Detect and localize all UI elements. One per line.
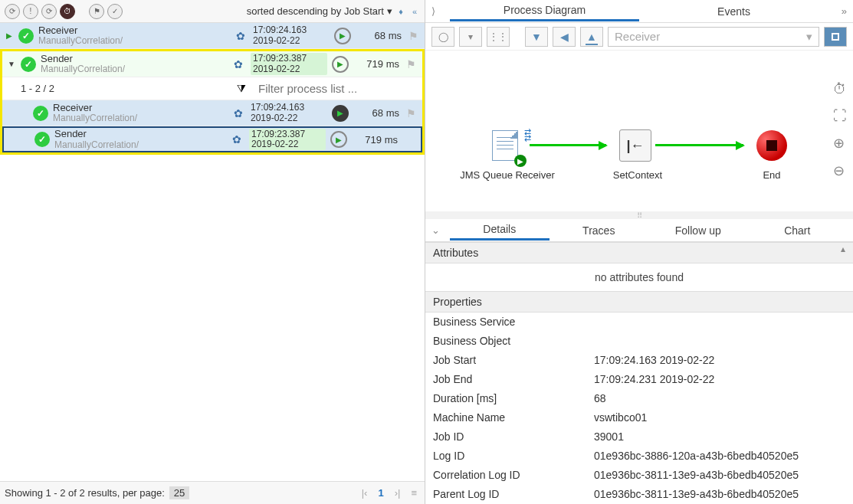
run-icon[interactable]: ▶ bbox=[332, 105, 349, 122]
node-label-jms: JMS Queue Receiver bbox=[450, 169, 565, 181]
process-subrow[interactable]: ✓ Receiver ManuallyCorrelation/ ✿ 17:09:… bbox=[2, 100, 422, 126]
tab-traces[interactable]: Traces bbox=[550, 221, 649, 240]
timestamp-date: 2019-02-22 bbox=[253, 36, 330, 46]
property-row: Job Start17:09:24.163 2019-02-22 bbox=[425, 351, 853, 370]
page-first-icon[interactable]: |‹ bbox=[359, 487, 371, 499]
menu-icon[interactable]: ≡ bbox=[408, 487, 420, 499]
node-setcontext[interactable]: |← bbox=[617, 127, 654, 164]
nav-down-button[interactable]: ▼ bbox=[525, 27, 548, 47]
expand-icon[interactable]: ▶ bbox=[5, 31, 14, 40]
node-jms-receiver[interactable]: ⇄⇄ ▶ bbox=[487, 127, 523, 164]
duration: 719 ms bbox=[353, 58, 399, 70]
filter-input[interactable] bbox=[258, 82, 404, 95]
toolbar-button-1[interactable]: ⟳ bbox=[5, 4, 20, 19]
process-name: Receiver bbox=[53, 103, 226, 113]
collapse-icon[interactable]: ▼ bbox=[7, 60, 16, 68]
node-selector[interactable]: Receiver ▾ bbox=[608, 27, 819, 47]
tab-process-diagram[interactable]: Process Diagram bbox=[450, 1, 639, 21]
page-number[interactable]: 1 bbox=[375, 487, 386, 499]
process-subrow-selected[interactable]: ✓ Sender ManuallyCorrelation/ ✿ 17:09:23… bbox=[2, 126, 422, 152]
nav-up-button[interactable]: ▲ bbox=[580, 27, 603, 47]
collapse-right-icon[interactable]: » bbox=[828, 5, 847, 17]
toolbar-button-2[interactable]: ! bbox=[23, 4, 38, 19]
toolbar-button-3[interactable]: ⟳ bbox=[41, 4, 57, 19]
check-button[interactable]: ✓ bbox=[107, 4, 123, 19]
process-path: ManuallyCorrelation/ bbox=[54, 140, 225, 150]
process-row[interactable]: ▼ ✓ Sender ManuallyCorrelation/ ✿ 17:09:… bbox=[2, 51, 422, 77]
filter-icon[interactable]: ⧩ bbox=[237, 82, 246, 95]
process-path: ManuallyCorrelation/ bbox=[38, 36, 228, 46]
gear-icon[interactable]: ✿ bbox=[231, 107, 246, 119]
collapse-left-icon[interactable]: « bbox=[409, 6, 420, 17]
process-name: Sender bbox=[41, 54, 226, 64]
diagram-toolbar: ◯ ▾ ⋮⋮ ▼ ◀ ▲ Receiver ▾ bbox=[425, 23, 853, 51]
tab-details[interactable]: Details bbox=[450, 220, 550, 241]
status-success-icon: ✓ bbox=[34, 132, 50, 147]
property-row: Parent Log ID01e936bc-3811-13e9-a43b-6be… bbox=[425, 485, 853, 504]
details-body: ▴ Attributes no attributes found Propert… bbox=[425, 242, 853, 504]
expand-right-icon[interactable]: ⟩ bbox=[431, 5, 450, 17]
run-icon[interactable]: ▶ bbox=[330, 131, 347, 148]
zoom-out-icon[interactable]: ⊖ bbox=[833, 162, 847, 179]
node-label-set: SetContext bbox=[603, 169, 672, 181]
property-key: Job Start bbox=[433, 352, 594, 368]
property-row: Business Object bbox=[425, 332, 853, 351]
nav-left-button[interactable]: ◀ bbox=[553, 27, 576, 47]
timestamp-date: 2019-02-22 bbox=[251, 139, 323, 149]
timestamp-time: 17:09:24.163 bbox=[253, 25, 330, 35]
tab-events[interactable]: Events bbox=[639, 2, 828, 21]
sort-toggle-icon[interactable]: ♦ bbox=[395, 6, 406, 17]
process-row[interactable]: ▶ ✓ Receiver ManuallyCorrelation/ ✿ 17:0… bbox=[0, 23, 425, 49]
chevron-down-icon: ▾ bbox=[387, 5, 392, 17]
property-row: Job ID39001 bbox=[425, 427, 853, 447]
property-key: Correlation Log ID bbox=[433, 467, 594, 483]
gear-icon[interactable]: ✿ bbox=[229, 133, 244, 146]
fullscreen-icon[interactable]: ⛶ bbox=[833, 108, 847, 124]
marker-button[interactable]: ◯ bbox=[431, 27, 454, 47]
no-attributes-text: no attributes found bbox=[425, 263, 853, 291]
filter-row: 1 - 2 / 2 ⧩ bbox=[2, 77, 422, 100]
section-attributes: Attributes bbox=[425, 242, 853, 263]
diagram-canvas[interactable]: ⏱ ⛶ ⊕ ⊖ ⇄⇄ ▶ JMS Queue Receiver |← SetCo… bbox=[425, 51, 853, 211]
graph-button[interactable]: ⋮⋮ bbox=[487, 27, 510, 47]
property-value bbox=[594, 333, 845, 349]
gear-icon[interactable]: ✿ bbox=[231, 58, 246, 70]
correlated-group: ▼ ✓ Sender ManuallyCorrelation/ ✿ 17:09:… bbox=[0, 49, 425, 155]
fit-to-screen-button[interactable] bbox=[824, 27, 847, 47]
toolbar-button-4[interactable]: ⏱ bbox=[60, 4, 75, 19]
run-icon[interactable]: ▶ bbox=[334, 28, 351, 44]
duration: 719 ms bbox=[352, 134, 398, 146]
tab-chart[interactable]: Chart bbox=[748, 221, 848, 240]
canvas-side-tools: ⏱ ⛶ ⊕ ⊖ bbox=[833, 81, 847, 179]
page-last-icon[interactable]: ›| bbox=[392, 487, 404, 499]
timestamp-time: 17:09:23.387 bbox=[253, 54, 325, 64]
right-top-tabs: ⟩ Process Diagram Events » bbox=[425, 0, 853, 23]
zoom-in-icon[interactable]: ⊕ bbox=[833, 135, 847, 152]
dropdown-button[interactable]: ▾ bbox=[459, 27, 482, 47]
tab-followup[interactable]: Follow up bbox=[648, 221, 748, 240]
duration: 68 ms bbox=[353, 107, 399, 119]
sort-indicator[interactable]: sorted descending by Job Start ▾ bbox=[247, 5, 392, 17]
combo-value: Receiver bbox=[615, 30, 660, 43]
flag-button[interactable]: ⚑ bbox=[89, 4, 104, 19]
property-value: 17:09:24.163 2019-02-22 bbox=[594, 352, 845, 368]
stopwatch-icon[interactable]: ⏱ bbox=[833, 81, 847, 97]
property-value: 01e936bc-3811-13e9-a43b-6bedb40520e5 bbox=[594, 486, 845, 502]
per-page-select[interactable]: 25 bbox=[169, 486, 189, 499]
flag-icon[interactable]: ⚑ bbox=[406, 30, 420, 42]
property-row: Business Service bbox=[425, 313, 853, 332]
property-value: 01e936bc-3811-13e9-a43b-6bedb40520e5 bbox=[594, 467, 845, 483]
node-end[interactable] bbox=[753, 127, 790, 164]
run-icon[interactable]: ▶ bbox=[332, 56, 349, 73]
process-name: Sender bbox=[54, 129, 225, 139]
flag-icon[interactable]: ⚑ bbox=[404, 58, 418, 70]
scroll-up-icon[interactable]: ▴ bbox=[841, 244, 851, 254]
property-row: Correlation Log ID01e936bc-3811-13e9-a43… bbox=[425, 466, 853, 485]
property-key: Business Service bbox=[433, 314, 594, 330]
flag-icon[interactable]: ⚑ bbox=[404, 107, 418, 119]
process-name: Receiver bbox=[38, 25, 228, 36]
collapse-details-icon[interactable]: ⌄ bbox=[431, 224, 450, 236]
split-handle[interactable]: ⠿ bbox=[425, 211, 853, 219]
gear-icon[interactable]: ✿ bbox=[233, 30, 248, 42]
process-path: ManuallyCorrelation/ bbox=[53, 113, 226, 123]
